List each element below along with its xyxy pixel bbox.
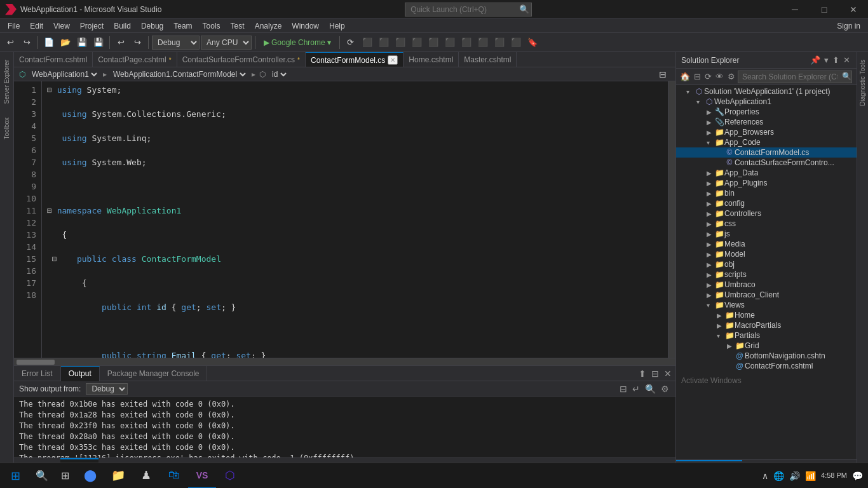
forward-button[interactable]: ↪ — [19, 35, 34, 50]
tree-solution[interactable]: ▾ ⬡ Solution 'WebApplication1' (1 projec… — [676, 86, 857, 97]
tree-contactformmodel[interactable]: © ContactFormModel.cs — [676, 147, 857, 158]
tree-config[interactable]: ▶ 📁 config — [676, 198, 857, 208]
taskbar-notification-icon[interactable]: 💬 — [852, 471, 863, 481]
tab-contactform[interactable]: ContactForm.cshtml — [14, 52, 93, 67]
umbraco-arrow[interactable]: ▶ — [707, 281, 714, 288]
partials-arrow[interactable]: ▾ — [717, 332, 724, 339]
tab-package-manager[interactable]: Package Manager Console — [100, 366, 208, 381]
tree-bin[interactable]: ▶ 📁 bin — [676, 188, 857, 198]
app-code-arrow[interactable]: ▾ — [707, 139, 714, 146]
refresh-button[interactable]: ⟳ — [343, 35, 358, 50]
tree-umbraco[interactable]: ▶ 📁 Umbraco — [676, 280, 857, 290]
tree-properties[interactable]: ▶ 🔧 Properties — [676, 107, 857, 117]
maximize-button[interactable]: □ — [810, 0, 839, 19]
solution-arrow[interactable]: ▾ — [686, 88, 694, 95]
tree-contactform-view[interactable]: @ ContactForm.cshtml — [676, 361, 857, 371]
debug-mode-select[interactable]: Debug Release — [152, 36, 200, 50]
taskbar-chevron-icon[interactable]: ∧ — [762, 471, 768, 481]
se-pin-button[interactable]: 📌 — [809, 54, 822, 66]
tree-references[interactable]: ▶ 📎 References — [676, 117, 857, 127]
toolbar-btn-3[interactable]: ⬛ — [393, 35, 408, 50]
tab-error-list[interactable]: Error List — [14, 366, 61, 381]
se-float-button[interactable]: ⬆ — [831, 54, 841, 66]
tree-media[interactable]: ▶ 📁 Media — [676, 239, 857, 249]
tab-output[interactable]: Output — [61, 366, 100, 381]
toolbar-btn-11[interactable]: 🔖 — [525, 35, 540, 50]
editor-scrollbar-v[interactable] — [668, 81, 675, 358]
toolbar-btn-8[interactable]: ⬛ — [475, 35, 491, 50]
editor-scrollbar-h[interactable] — [14, 358, 675, 365]
tree-bottomnav[interactable]: @ BottomNavigation.cshtn — [676, 351, 857, 361]
se-dropdown-button[interactable]: ▾ — [823, 54, 830, 66]
menu-tools[interactable]: Tools — [198, 20, 226, 32]
tab-contactpage[interactable]: ContactPage.cshtml * — [93, 52, 177, 67]
toolbar-btn-5[interactable]: ⬛ — [426, 35, 441, 50]
new-project-button[interactable]: 📄 — [41, 35, 57, 50]
tree-app-browsers[interactable]: ▶ 📁 App_Browsers — [676, 127, 857, 137]
umbraco-client-arrow[interactable]: ▶ — [707, 292, 714, 299]
se-filter-btn[interactable]: ⚙ — [726, 71, 736, 83]
tab-contactformmodel[interactable]: ContactFormModel.cs ✕ — [306, 52, 403, 67]
menu-project[interactable]: Project — [75, 20, 109, 32]
output-close-btn[interactable]: ✕ — [663, 367, 673, 380]
menu-window[interactable]: Window — [287, 20, 324, 32]
controllers-arrow[interactable]: ▶ — [707, 210, 714, 217]
menu-edit[interactable]: Edit — [25, 20, 48, 32]
references-arrow[interactable]: ▶ — [707, 119, 714, 126]
menu-file[interactable]: File — [3, 20, 25, 32]
se-show-all-btn[interactable]: 👁 — [714, 71, 725, 83]
tree-model[interactable]: ▶ 📁 Model — [676, 249, 857, 259]
output-find-btn[interactable]: 🔍 — [644, 383, 657, 395]
tree-css[interactable]: ▶ 📁 css — [676, 219, 857, 229]
quick-launch[interactable]: 🔍 — [405, 3, 532, 17]
back-button[interactable]: ↩ — [3, 35, 18, 50]
tree-app-plugins[interactable]: ▶ 📁 App_Plugins — [676, 178, 857, 188]
collapse-regions-btn[interactable]: ⊟ — [655, 67, 670, 82]
tree-partials[interactable]: ▾ 📁 Partials — [676, 330, 857, 341]
code-editor[interactable]: ⊟ using System; using System.Collections… — [42, 81, 668, 358]
media-arrow[interactable]: ▶ — [707, 241, 714, 248]
tree-app-data[interactable]: ▶ 📁 App_Data — [676, 168, 857, 178]
js-arrow[interactable]: ▶ — [707, 231, 714, 238]
taskbar-network-icon[interactable]: 📶 — [805, 471, 816, 481]
macropartials-arrow[interactable]: ▶ — [717, 322, 724, 329]
search-taskbar-btn[interactable]: 🔍 — [31, 470, 53, 482]
taskbar-steam[interactable]: ♟ — [132, 463, 160, 489]
undo-button[interactable]: ↩ — [113, 35, 128, 50]
menu-analyze[interactable]: Analyze — [250, 20, 287, 32]
tab-master[interactable]: Master.cshtml — [459, 52, 517, 67]
menu-debug[interactable]: Debug — [136, 20, 168, 32]
quick-launch-input[interactable] — [405, 3, 532, 17]
tree-contactsurface[interactable]: © ContactSurfaceFormContro... — [676, 158, 857, 168]
tree-grid[interactable]: ▶ 📁 Grid — [676, 341, 857, 351]
toolbar-btn-1[interactable]: ⬛ — [360, 35, 375, 50]
model-arrow[interactable]: ▶ — [707, 251, 714, 258]
toolbar-btn-4[interactable]: ⬛ — [409, 35, 424, 50]
path-type-select[interactable]: WebApplication1.ContactFormModel — [111, 69, 248, 79]
taskbar-vs[interactable]: VS — [188, 463, 216, 489]
se-close-button[interactable]: ✕ — [842, 54, 851, 66]
tree-umbraco-client[interactable]: ▶ 📁 Umbraco_Client — [676, 290, 857, 300]
output-settings-btn[interactable]: ⚙ — [660, 383, 670, 395]
menu-view[interactable]: View — [48, 20, 75, 32]
output-dock-btn[interactable]: ⊟ — [650, 367, 660, 380]
taskbar-dotnet[interactable]: ⬡ — [216, 463, 244, 489]
tree-obj[interactable]: ▶ 📁 obj — [676, 259, 857, 269]
menu-build[interactable]: Build — [109, 20, 136, 32]
obj-arrow[interactable]: ▶ — [707, 261, 714, 268]
se-properties-btn[interactable]: 🏠 — [679, 71, 691, 83]
se-collapse-btn[interactable]: ⊟ — [693, 71, 702, 83]
config-arrow[interactable]: ▶ — [707, 200, 714, 207]
menu-team[interactable]: Team — [168, 20, 197, 32]
task-view-button[interactable]: ⊞ — [53, 470, 76, 482]
output-clear-btn[interactable]: ⊟ — [618, 383, 628, 395]
toolbar-btn-6[interactable]: ⬛ — [442, 35, 458, 50]
output-word-wrap-btn[interactable]: ↵ — [631, 383, 641, 395]
se-refresh-btn[interactable]: ⟳ — [703, 71, 713, 83]
grid-arrow[interactable]: ▶ — [727, 342, 735, 349]
path-project-select[interactable]: WebApplication1 — [29, 69, 99, 79]
tree-macropartials[interactable]: ▶ 📁 MacroPartials — [676, 320, 857, 330]
app-data-arrow[interactable]: ▶ — [707, 170, 714, 177]
tab-home[interactable]: Home.cshtml — [403, 52, 459, 67]
run-dropdown-icon[interactable]: ▾ — [327, 38, 331, 47]
